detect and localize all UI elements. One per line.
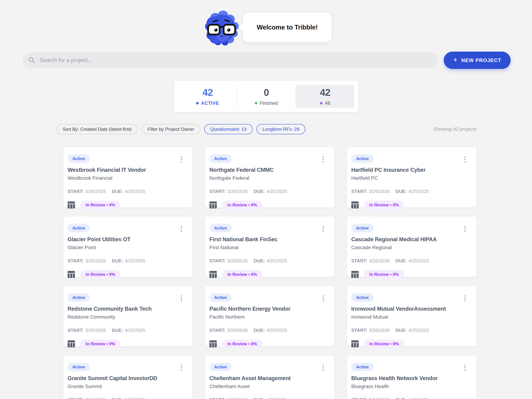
card-footer: In Review • 0% (209, 200, 335, 209)
progress-badge: In Review • 0% (364, 339, 404, 348)
longform-rfx-filter-button[interactable]: Longform RFx: 29 (256, 124, 305, 134)
stat-finished[interactable]: 0 Finished (237, 85, 296, 108)
questionnaire-filter-button[interactable]: Questionnaire: 13 (204, 124, 253, 134)
project-title: Northgate Federal CMMC (209, 167, 335, 173)
project-dates: START: 3/26/2026 DUE: 4/25/2025 (209, 258, 335, 264)
due-date: 4/25/2025 (267, 397, 287, 399)
start-label: START: (351, 258, 367, 264)
due-date: 4/25/2025 (125, 328, 145, 333)
project-card[interactable]: Active Hartfield PC Insurance Cyber Hart… (347, 147, 476, 208)
stat-all[interactable]: 42 All (296, 85, 354, 108)
card-menu-button[interactable] (462, 363, 469, 372)
due-label: DUE: (254, 189, 265, 194)
project-title: Cheltenham Asset Management (209, 375, 335, 381)
project-card[interactable]: Active Westbrook Financial IT Vendor Wes… (63, 147, 193, 208)
search-input[interactable] (23, 52, 438, 68)
card-menu-button[interactable] (320, 363, 327, 372)
project-card[interactable]: Active Redstone Community Bank Tech Reds… (63, 286, 193, 347)
start-date: 3/26/2026 (369, 328, 390, 333)
card-footer: In Review • 0% (68, 339, 193, 348)
kebab-dot-icon (323, 231, 324, 232)
status-badge: Active (209, 363, 232, 371)
project-card[interactable]: Active Ironwood Mutual VendorAssessment … (347, 286, 476, 347)
project-dates: START: 3/26/2026 DUE: 4/25/2025 (209, 189, 335, 194)
card-footer: In Review • 0% (209, 270, 335, 279)
project-title: Pacific Northern Energy Vendor (209, 306, 335, 312)
status-badge: Active (68, 155, 90, 163)
kebab-dot-icon (464, 156, 466, 158)
kebab-dot-icon (464, 295, 466, 297)
progress-badge: In Review • 0% (80, 270, 120, 279)
project-owner: Westbrook Financial (68, 175, 193, 181)
table-icon (351, 271, 359, 278)
stat-all-label: All (320, 100, 330, 106)
status-badge: Active (351, 293, 374, 302)
stat-finished-value: 0 (264, 87, 269, 98)
kebab-dot-icon (323, 369, 324, 371)
project-card[interactable]: Active Cheltenham Asset Management Chelt… (205, 355, 335, 399)
kebab-dot-icon (181, 295, 182, 297)
card-menu-button[interactable] (178, 294, 185, 303)
project-dates: START: 3/26/2026 DUE: 4/25/2025 (209, 328, 335, 333)
kebab-dot-icon (181, 365, 182, 366)
card-menu-button[interactable] (320, 155, 327, 164)
new-project-button[interactable]: + NEW PROJECT (444, 52, 511, 69)
kebab-dot-icon (323, 367, 324, 368)
progress-badge: In Review • 0% (364, 270, 404, 279)
project-owner: Cheltenham Asset (209, 384, 335, 389)
project-title: Bluegrass Health Network Vendor (351, 375, 476, 381)
project-dates: START: 3/26/2026 DUE: 4/25/2025 (351, 328, 476, 333)
tribble-mascot-logo (203, 10, 241, 46)
table-icon (209, 271, 217, 278)
kebab-dot-icon (464, 369, 466, 371)
filter-owner-button[interactable]: Filter by Project Owner (141, 124, 200, 134)
status-badge: Active (209, 293, 232, 302)
card-menu-button[interactable] (462, 224, 469, 233)
due-label: DUE: (395, 189, 407, 194)
table-icon (209, 201, 217, 208)
stat-active[interactable]: 42 ACTIVE (178, 85, 237, 108)
project-card[interactable]: Active Northgate Federal CMMC Northgate … (205, 147, 335, 208)
card-menu-button[interactable] (462, 294, 469, 303)
card-menu-button[interactable] (178, 224, 185, 233)
projects-dashboard: Welcome to Tribble! + NEW PROJECT 42 ACT… (0, 0, 532, 399)
start-date: 3/26/2026 (227, 258, 248, 264)
due-label: DUE: (112, 189, 123, 194)
start-label: START: (209, 397, 226, 399)
card-menu-button[interactable] (178, 155, 185, 164)
start-date: 3/26/2026 (85, 397, 106, 399)
due-label: DUE: (254, 328, 265, 333)
due-label: DUE: (254, 258, 265, 264)
progress-badge: In Review • 0% (80, 339, 120, 348)
due-date: 4/25/2025 (409, 258, 429, 264)
card-menu-button[interactable] (462, 155, 469, 164)
kebab-dot-icon (464, 228, 466, 230)
sort-by-button[interactable]: Sort By: Created Date (latest first) (57, 124, 138, 134)
project-title: Westbrook Financial IT Vendor (68, 167, 193, 173)
status-badge: Active (68, 224, 90, 232)
project-card[interactable]: Active Bluegrass Health Network Vendor B… (347, 355, 476, 399)
project-owner: Bluegrass Health (351, 384, 476, 389)
card-menu-button[interactable] (320, 224, 327, 233)
project-card[interactable]: Active Pacific Northern Energy Vendor Pa… (205, 286, 335, 347)
card-menu-button[interactable] (320, 294, 327, 303)
project-dates: START: 3/26/2026 DUE: 4/25/2025 (68, 258, 193, 264)
start-date: 3/26/2026 (227, 189, 248, 194)
kebab-dot-icon (181, 367, 182, 368)
table-icon (68, 271, 75, 278)
kebab-dot-icon (464, 231, 466, 232)
start-label: START: (209, 328, 226, 333)
project-card[interactable]: Active Cascade Regional Medical HIPAA Ca… (347, 216, 476, 277)
start-label: START: (351, 397, 367, 399)
project-card[interactable]: Active First National Bank FinSec First … (205, 216, 335, 277)
card-footer: In Review • 0% (351, 339, 476, 348)
card-menu-button[interactable] (178, 363, 185, 372)
project-card[interactable]: Active Glacier Point Utilities OT Glacie… (63, 216, 193, 277)
start-label: START: (351, 189, 367, 194)
kebab-dot-icon (464, 226, 466, 227)
project-card[interactable]: Active Granite Summit Capital InvestorDD… (63, 355, 193, 399)
due-date: 4/25/2025 (267, 258, 287, 264)
project-dates: START: 3/26/2026 DUE: 4/25/2025 (68, 189, 193, 194)
due-label: DUE: (112, 258, 123, 264)
status-badge: Active (351, 155, 374, 163)
